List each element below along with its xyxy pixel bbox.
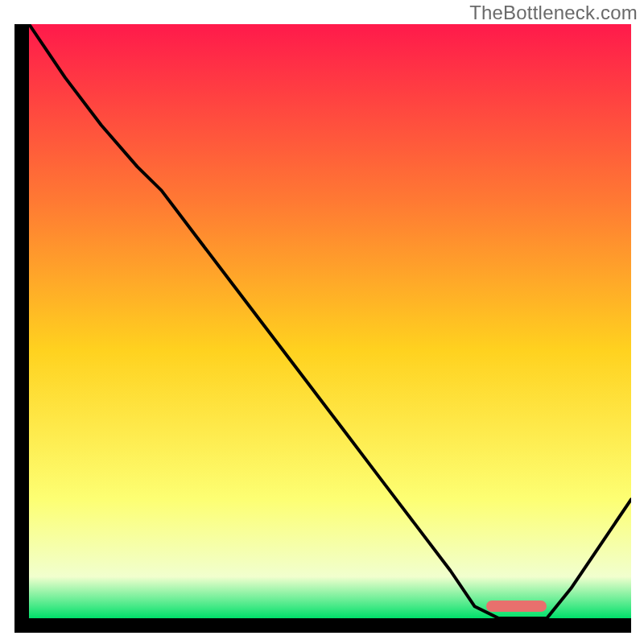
plot-svg bbox=[14, 24, 631, 633]
optimum-marker bbox=[486, 601, 547, 612]
gradient-background bbox=[29, 24, 631, 618]
chart-root: TheBottleneck.com bbox=[0, 0, 644, 644]
watermark-text: TheBottleneck.com bbox=[469, 2, 638, 24]
plot-area bbox=[14, 24, 631, 633]
